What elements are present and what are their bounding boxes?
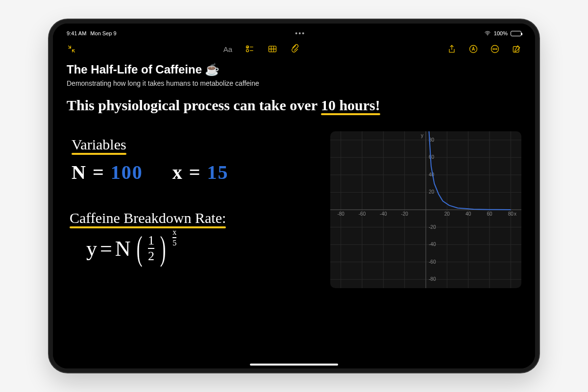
ipad-device-frame: 9:41 AM Mon Sep 9 ••• 100% Aa [49, 20, 539, 372]
attachment-icon[interactable] [290, 44, 300, 54]
collapse-icon[interactable] [67, 44, 76, 54]
paren-left: ( [136, 238, 142, 259]
variables-heading: Variables [72, 136, 126, 153]
svg-point-12 [494, 49, 495, 49]
math-graph-panel[interactable]: -80-60-40-2020406080-80-60-40-2020406080… [330, 131, 521, 288]
svg-text:60: 60 [429, 154, 435, 160]
note-title-text: The Half-Life of Caffeine [67, 63, 202, 76]
svg-point-0 [487, 35, 488, 35]
table-icon[interactable] [268, 44, 277, 54]
svg-text:80: 80 [508, 211, 514, 217]
svg-text:-20: -20 [429, 224, 436, 230]
wifi-icon [484, 30, 491, 37]
coffee-emoji: ☕ [205, 63, 220, 76]
status-date: Mon Sep 9 [90, 30, 116, 36]
more-icon[interactable] [490, 44, 500, 54]
screen: 9:41 AM Mon Sep 9 ••• 100% Aa [53, 24, 535, 368]
graph-svg: -80-60-40-2020406080-80-60-40-2020406080… [330, 131, 521, 288]
var-n-lhs: N = [72, 161, 105, 183]
svg-text:40: 40 [429, 172, 435, 177]
svg-text:-40: -40 [429, 242, 436, 247]
var-x-value: 15 [207, 161, 228, 183]
var-n-value: 100 [111, 161, 143, 183]
paren-right: ) [160, 238, 166, 259]
svg-text:20: 20 [429, 189, 435, 195]
markup-icon[interactable] [468, 44, 478, 54]
battery-icon [511, 31, 521, 36]
svg-text:y: y [421, 133, 423, 138]
checklist-icon[interactable] [245, 44, 255, 54]
svg-text:-60: -60 [429, 259, 436, 265]
handwriting-text: This physiological process can take over [67, 97, 317, 113]
variables-equations: N = 100 x = 15 [72, 161, 228, 184]
svg-point-11 [493, 49, 494, 49]
svg-text:-80: -80 [337, 211, 344, 217]
exponent-fraction: x 5 [172, 228, 176, 247]
formula-n: N [115, 236, 131, 261]
note-toolbar: Aa [67, 40, 521, 58]
note-title[interactable]: The Half-Life of Caffeine ☕ [67, 63, 521, 76]
svg-text:-40: -40 [380, 211, 387, 217]
multitask-dots-icon[interactable]: ••• [295, 29, 305, 37]
status-bar: 9:41 AM Mon Sep 9 ••• 100% [67, 28, 521, 38]
svg-text:20: 20 [444, 211, 450, 217]
svg-text:60: 60 [487, 211, 492, 217]
svg-point-13 [496, 49, 497, 49]
svg-text:40: 40 [466, 211, 471, 217]
fraction-half: 1 2 [148, 234, 154, 263]
share-icon[interactable] [447, 44, 457, 54]
battery-percent: 100% [494, 30, 508, 36]
handwriting-line-1: This physiological process can take over… [67, 97, 380, 114]
var-x-lhs: x = [172, 161, 201, 183]
svg-text:-80: -80 [429, 276, 436, 282]
status-time: 9:41 AM [67, 30, 86, 36]
formula: y = N ( 1 2 ) x 5 [86, 234, 176, 263]
formula-eq: = [100, 236, 112, 261]
svg-text:x: x [514, 211, 516, 217]
text-format-button[interactable]: Aa [223, 45, 232, 53]
handwriting-emphasis: 10 hours! [321, 97, 380, 113]
svg-text:-20: -20 [401, 211, 408, 217]
svg-text:-60: -60 [359, 211, 366, 217]
compose-icon[interactable] [512, 44, 521, 54]
home-indicator[interactable] [250, 364, 338, 366]
note-canvas[interactable]: The Half-Life of Caffeine ☕ Demonstratin… [67, 58, 521, 368]
svg-point-3 [246, 49, 249, 52]
note-subtitle[interactable]: Demonstrating how long it takes humans t… [67, 79, 521, 87]
formula-y: y [86, 236, 97, 261]
rate-heading: Caffeine Breakdown Rate: [70, 210, 226, 226]
svg-point-9 [470, 46, 477, 53]
